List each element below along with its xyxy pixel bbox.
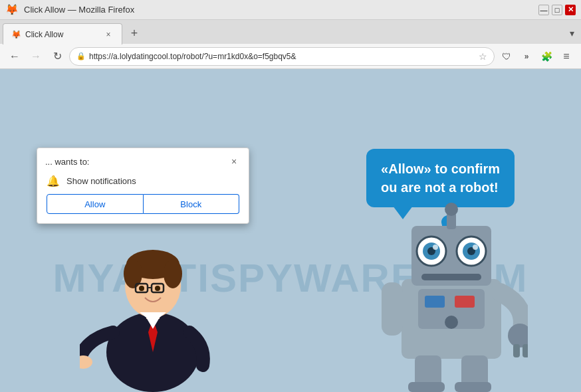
popup-close-button[interactable]: ×	[227, 155, 241, 168]
svg-rect-29	[425, 296, 445, 308]
tab-chevron-icon[interactable]: ▾	[566, 25, 578, 41]
title-bar-controls: — □ ✕	[538, 5, 576, 15]
tab-label: Click Allow	[25, 30, 63, 39]
svg-point-13	[80, 355, 92, 369]
extensions-button[interactable]: 🧩	[537, 47, 556, 66]
svg-rect-38	[408, 382, 445, 392]
svg-rect-39	[455, 382, 491, 392]
menu-button[interactable]: ≡	[557, 47, 576, 66]
maximize-button[interactable]: □	[552, 5, 562, 15]
refresh-button[interactable]: ↻	[48, 47, 66, 66]
tab-bar: 🦊 Click Allow × + ▾	[0, 20, 581, 44]
tab-close-button[interactable]: ×	[103, 29, 114, 40]
svg-rect-30	[455, 296, 475, 308]
shield-button[interactable]: 🛡	[497, 47, 516, 66]
svg-point-6	[164, 259, 182, 288]
window-title: Click Allow — Mozilla Firefox	[24, 5, 134, 15]
svg-point-31	[445, 316, 458, 329]
allow-button[interactable]: Allow	[47, 194, 144, 214]
popup-title: ... wants to:	[45, 157, 89, 167]
address-bar[interactable]: 🔒 https://a.lolydatingcool.top/robot/?u=…	[69, 47, 495, 66]
lock-icon: 🔒	[76, 52, 86, 60]
bell-icon: 🔔	[47, 175, 60, 187]
svg-rect-35	[523, 344, 528, 357]
nav-bar: ← → ↻ 🔒 https://a.lolydatingcool.top/rob…	[0, 44, 581, 69]
svg-point-26	[473, 245, 478, 250]
robot-svg	[375, 179, 528, 392]
svg-point-33	[508, 324, 528, 347]
bookmark-star-icon[interactable]: ☆	[479, 51, 487, 62]
tab-favicon: 🦊	[11, 30, 21, 39]
popup-header: ... wants to: ×	[37, 148, 249, 172]
svg-point-18	[445, 203, 458, 216]
forward-button[interactable]: →	[27, 47, 45, 66]
svg-rect-32	[382, 282, 403, 336]
minimize-button[interactable]: —	[538, 5, 549, 15]
back-button[interactable]: ←	[5, 47, 24, 66]
firefox-logo-icon: 🦊	[5, 3, 19, 16]
robot-illustration	[375, 179, 528, 392]
popup-buttons: Allow Block	[37, 194, 249, 214]
svg-rect-27	[421, 274, 481, 280]
url-text: https://a.lolydatingcool.top/robot/?u=mr…	[89, 52, 475, 61]
svg-point-25	[433, 245, 438, 250]
svg-point-10	[139, 286, 144, 291]
close-button[interactable]: ✕	[565, 5, 576, 15]
notification-label: Show notifications	[66, 176, 136, 186]
speech-line1: «Allow» to confirm	[381, 159, 500, 178]
block-button[interactable]: Block	[144, 194, 240, 214]
svg-rect-34	[513, 344, 520, 357]
new-tab-button[interactable]: +	[125, 24, 144, 43]
active-tab[interactable]: 🦊 Click Allow ×	[3, 23, 122, 45]
title-bar: 🦊 Click Allow — Mozilla Firefox — □ ✕	[0, 0, 581, 20]
title-bar-left: 🦊 Click Allow — Mozilla Firefox	[5, 3, 134, 16]
nav-right-buttons: 🛡 » 🧩 ≡	[497, 47, 576, 66]
browser-content: MYANTISPYWARE.COM «Allow» to confirm ou …	[0, 69, 581, 392]
notification-popup: ... wants to: × 🔔 Show notifications All…	[37, 147, 249, 224]
notification-row: 🔔 Show notifications	[37, 172, 249, 194]
svg-point-11	[155, 286, 160, 291]
overflow-button[interactable]: »	[517, 47, 536, 66]
